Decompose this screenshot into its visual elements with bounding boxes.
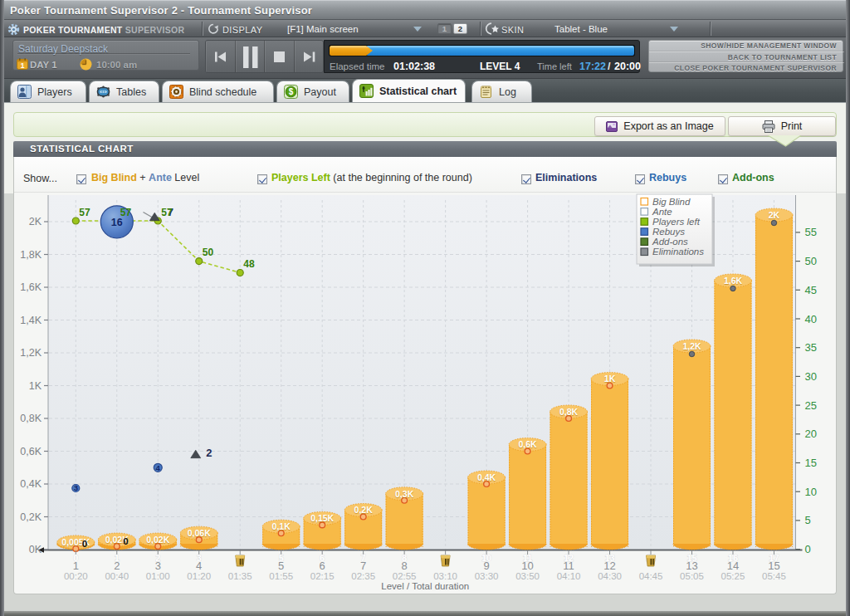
stop-button[interactable] [265, 41, 295, 72]
chevron-down-icon [413, 27, 422, 32]
statistical-chart-icon [359, 84, 374, 98]
x-time-label: 01:20 [187, 571, 211, 581]
x-time-label: 04:45 [639, 571, 663, 581]
level-progress-fill [330, 46, 634, 56]
skin-menu-label: SKIN [501, 25, 524, 35]
x-time-label: 05:25 [721, 571, 745, 581]
checkbox-big-blind-ante[interactable] [76, 174, 86, 184]
skin-dropdown[interactable]: Tablet - Blue [531, 22, 681, 36]
filter-label-eliminations[interactable]: Eliminations [535, 172, 597, 183]
tab-label: Players [37, 86, 72, 98]
filter-label-part: Players Left [271, 172, 330, 183]
svg-text:1: 1 [21, 61, 25, 70]
transport-controls [205, 40, 324, 73]
monitor-2-button[interactable]: 2 [453, 23, 467, 34]
filter-label-big-blind-ante[interactable]: Big Blind + Ante Level [91, 172, 199, 183]
x-level-label: 4 [196, 560, 202, 572]
filter-label-players-left[interactable]: Players Left (at the beginning of the ro… [271, 172, 472, 183]
left-axis-tick-label: 1,8K [20, 249, 42, 261]
x-level-label: 3 [155, 560, 161, 572]
blind-schedule-icon [169, 85, 183, 99]
filter-label-rebuys[interactable]: Rebuys [649, 172, 686, 183]
x-time-label: 01:35 [228, 571, 252, 581]
left-axis-tick-label: 0,8K [20, 413, 42, 424]
x-time-label: 04:10 [557, 571, 581, 581]
legend-label: Ante [652, 207, 672, 217]
right-axis-tick-label: 55 [805, 226, 817, 238]
export-image-label: Export as an Image [623, 120, 713, 132]
x-axis-labels: 0100:201200:402301:003401:20401:355501:5… [64, 550, 786, 591]
right-axis-tick-label: 50 [805, 255, 817, 267]
toolbar-pointer [768, 135, 801, 148]
players-left-point [196, 258, 203, 265]
display-dropdown-value: [F1] Main screen [287, 24, 359, 34]
checkbox-eliminations[interactable] [521, 174, 531, 184]
x-time-label: 03:50 [515, 571, 540, 581]
checkbox-rebuys[interactable] [635, 174, 645, 184]
ante-value-label: 0 [82, 539, 87, 549]
legend-label: Eliminations [652, 247, 704, 257]
legend-label: Add-ons [652, 237, 688, 247]
filter-label-add-ons[interactable]: Add-ons [732, 172, 774, 183]
tab-blind-schedule[interactable]: Blind schedule [162, 81, 274, 102]
gear-icon [7, 23, 20, 36]
payout-icon: $ [284, 85, 298, 99]
day-calendar-icon: 1 [17, 58, 28, 70]
big-blind-bar: 0,3K [386, 487, 423, 550]
tournament-info-box: Saturday Deepstack 1 DAY 1 10:00 am [12, 40, 199, 71]
big-blind-value-label: 0,1K [272, 521, 291, 531]
x-level-label: 9 [483, 560, 489, 572]
tab-tables[interactable]: Tables [89, 81, 159, 102]
tab-payout[interactable]: $Payout [276, 81, 349, 102]
big-blind-bar: 0,2K [344, 504, 382, 550]
right-axis-tick-label: 35 [805, 341, 817, 354]
next-level-button[interactable] [295, 41, 324, 72]
tab-statistical-chart[interactable]: Statistical chart [352, 79, 466, 102]
previous-level-button[interactable] [206, 41, 236, 72]
players-left-value-label: 57 [161, 207, 173, 218]
elapsed-time-value: 01:02:38 [393, 61, 435, 72]
break-icon [441, 555, 450, 566]
pause-button[interactable] [236, 41, 266, 72]
management-button-1[interactable]: BACK TO TOURNAMENT LIST [649, 51, 844, 62]
legend-swatch [641, 218, 648, 226]
tab-log[interactable]: Log [471, 81, 532, 102]
previous-icon [213, 50, 227, 64]
big-blind-value-label: 0,06K [188, 528, 211, 538]
window-title: Poker Tournament Supervisor 2 - Tourname… [10, 4, 312, 17]
big-blind-value-label: 1,2K [682, 341, 701, 351]
right-axis-tick-label: 15 [805, 457, 817, 469]
print-button[interactable]: Print [728, 116, 836, 136]
rebuy-value-label: 4 [156, 463, 161, 472]
big-blind-value-label: 0,15K [310, 513, 334, 523]
window-border-left [0, 0, 4, 616]
display-dropdown[interactable]: [F1] Main screen [282, 22, 425, 36]
left-axis-tick-label: 1,6K [20, 281, 42, 293]
x-time-label: 01:00 [146, 571, 170, 581]
monitor-1-button[interactable]: 1 [437, 23, 452, 34]
filter-label-part: Rebuys [649, 172, 686, 183]
break-icon [236, 555, 245, 566]
break-icon [647, 555, 656, 566]
export-image-button[interactable]: Export as an Image [594, 116, 725, 136]
elapsed-time-label: Elapsed time [330, 61, 384, 71]
divider [17, 53, 190, 54]
players-icon [17, 85, 32, 99]
x-level-label: 14 [727, 560, 739, 572]
left-axis-tick-label: 1K [29, 380, 42, 392]
checkbox-add-ons[interactable] [718, 174, 728, 184]
x-time-label: 04:30 [598, 571, 622, 581]
menu-divider [202, 22, 203, 36]
x-level-label: 5 [278, 560, 284, 572]
big-blind-bar: 0,1K [262, 520, 300, 550]
checkbox-players-left[interactable] [257, 174, 267, 184]
left-axis-tick-label: 0K [29, 544, 42, 555]
players-left-value-label: 48 [243, 258, 255, 270]
tab-players[interactable]: Players [10, 81, 86, 102]
management-button-2[interactable]: CLOSE POKER TOURNAMENT SUPERVISOR [649, 62, 844, 73]
big-blind-value-label: 0,2K [354, 505, 374, 515]
management-button-0[interactable]: SHOW/HIDE MANAGEMENT WINDOW [649, 41, 844, 51]
tab-label: Blind schedule [189, 86, 256, 98]
menu-divider [710, 22, 711, 36]
legend-swatch [641, 248, 648, 256]
